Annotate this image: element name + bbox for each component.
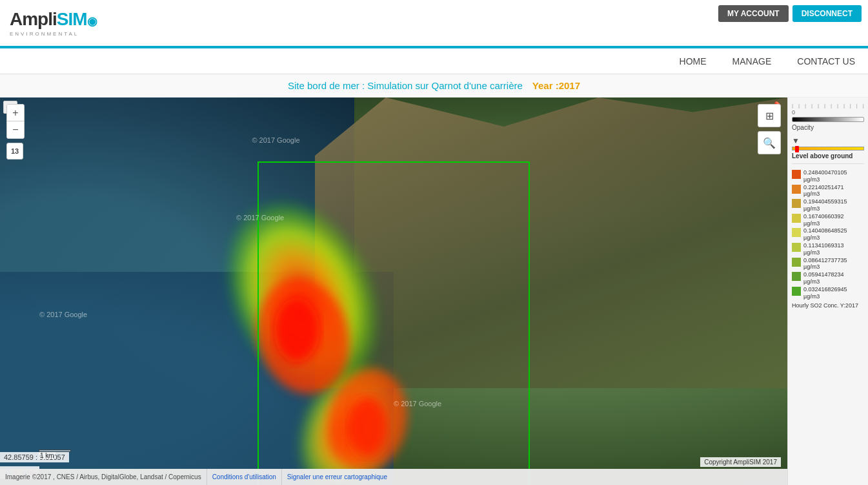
attr-conditions[interactable]: Conditions d'utilisation [207, 469, 282, 485]
attribution-bar: Imagerie ©2017 , CNES / Airbus, DigitalG… [0, 469, 787, 485]
logo: AmpliSIM◉ [10, 9, 97, 30]
nav-contact[interactable]: CONTACT US [797, 56, 855, 67]
level-above-ground-label: Level above ground [792, 152, 864, 160]
nav-home[interactable]: HOME [680, 56, 707, 67]
legend-entry: 0.086412737735µg/m3 [792, 257, 864, 271]
legend-entry: 0.0594​1478234µg/m3 [792, 271, 864, 285]
hourly-label: Hourly SO2 Conc. Y:2017 [792, 302, 864, 309]
header: AmpliSIM◉ ENVIRONMENTAL MY ACCOUNT DISCO… [0, 0, 868, 48]
google-copyright-4: © 2017 Google [394, 400, 441, 408]
nav-manage[interactable]: MANAGE [732, 56, 772, 67]
zoom-out-button[interactable]: − [7, 121, 24, 138]
svg-point-5 [348, 398, 387, 456]
logo-area: AmpliSIM◉ ENVIRONMENTAL [10, 9, 97, 37]
site-title: Site bord de mer : Simulation sur Qarnot… [288, 80, 523, 91]
title-bar: Site bord de mer : Simulation sur Qarnot… [0, 74, 868, 98]
my-account-button[interactable]: MY ACCOUNT [718, 5, 789, 22]
level-section: ▼ Level above ground [792, 136, 864, 164]
map-copyright-2017: Copyright AmpliSIM 2017 [700, 457, 781, 467]
legend-entry: 0.167406​60392µg/m3 [792, 213, 864, 227]
search-button[interactable]: 🔍 [758, 131, 781, 154]
opacity-section: | | | | | | | | | | | | 0 Opacity [792, 103, 864, 131]
zoom-controls: + − [6, 104, 25, 139]
svg-point-4 [274, 298, 319, 362]
disconnect-button[interactable]: DISCONNECT [792, 5, 862, 22]
map-tools: ⊞ 🔍 [758, 104, 781, 154]
legend-entry: 0.032416826945µg/m3 [792, 286, 864, 300]
zoom-level-badge: 13 [6, 143, 23, 160]
google-copyright-3: © 2017 Google [252, 136, 299, 144]
header-buttons: MY ACCOUNT DISCONNECT [718, 5, 862, 22]
legend-entry: 0.113410693​13µg/m3 [792, 242, 864, 256]
zoom-in-button[interactable]: + [7, 105, 24, 121]
content-area: 🖼 📌 [0, 98, 868, 485]
opacity-zero: 0 [792, 109, 864, 116]
heatmap-overlay [0, 98, 787, 485]
legend-container: 0.24840047010​5µg/m3 0.22140251471µg/m3 … [792, 169, 864, 300]
map-area[interactable]: + − 13 ⊞ 🔍 © 2017 Google © 2017 Google ©… [0, 98, 787, 485]
legend-entry: 0.24840047010​5µg/m3 [792, 169, 864, 183]
legend-entry: 0.140408648525µg/m3 [792, 227, 864, 242]
scale-bar: 1 km [39, 449, 71, 459]
logo-subtitle: ENVIRONMENTAL [10, 31, 97, 37]
year-label: Year :2017 [532, 80, 580, 91]
attr-report-error[interactable]: Signaler une erreur cartographique [282, 469, 392, 485]
layers-button[interactable]: ⊞ [758, 104, 781, 127]
opacity-label: Opacity [792, 124, 864, 131]
level-arrow-icon: ▼ [792, 136, 864, 145]
legend-entry: 0.22140251471µg/m3 [792, 184, 864, 198]
right-panel: | | | | | | | | | | | | 0 Opacity ▼ [787, 98, 868, 485]
google-copyright-1: © 2017 Google [236, 214, 284, 222]
google-copyright-2: © 2017 Google [39, 311, 87, 318]
opacity-slider[interactable] [792, 117, 864, 122]
level-bar[interactable] [792, 147, 864, 150]
navbar: HOME MANAGE CONTACT US [0, 48, 868, 74]
legend-entry: 0.194404559315µg/m3 [792, 198, 864, 212]
attr-imagery: Imagerie ©2017 , CNES / Airbus, DigitalG… [0, 469, 207, 485]
